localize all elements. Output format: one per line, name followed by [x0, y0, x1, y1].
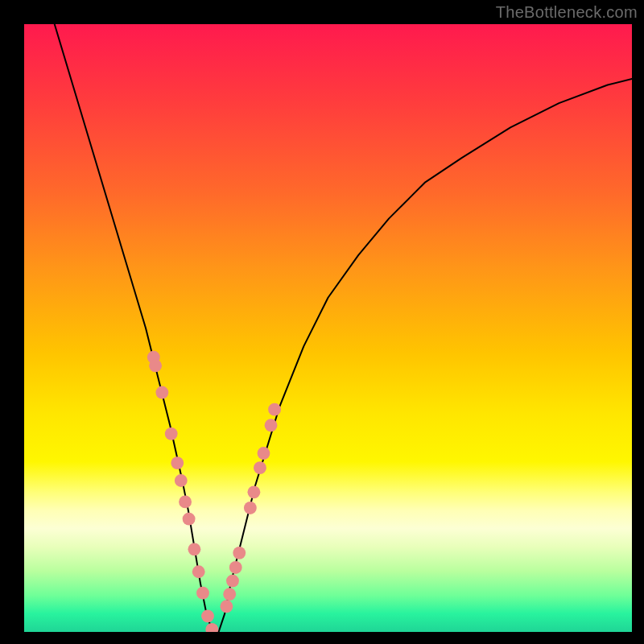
right-cluster-dots — [220, 403, 281, 613]
svg-point-7 — [183, 513, 196, 526]
svg-point-11 — [201, 609, 214, 622]
svg-point-18 — [244, 502, 257, 514]
svg-point-20 — [254, 461, 266, 474]
svg-point-16 — [229, 561, 242, 574]
svg-point-23 — [268, 403, 281, 416]
svg-point-21 — [258, 447, 270, 460]
svg-point-22 — [265, 419, 278, 431]
svg-point-19 — [247, 485, 260, 498]
svg-point-12 — [205, 623, 218, 632]
chart-frame: TheBottleneck.com — [0, 0, 644, 644]
plot-area — [24, 24, 632, 632]
chart-svg — [24, 24, 632, 632]
left-cluster-dots — [147, 351, 218, 632]
svg-point-15 — [226, 575, 239, 588]
svg-point-9 — [192, 565, 205, 578]
svg-point-3 — [165, 427, 178, 440]
svg-point-13 — [220, 600, 233, 613]
watermark-text: TheBottleneck.com — [496, 3, 638, 22]
svg-point-8 — [188, 543, 200, 555]
svg-point-2 — [155, 386, 168, 399]
svg-point-1 — [149, 359, 162, 372]
svg-point-10 — [196, 587, 209, 600]
bottleneck-curve — [55, 24, 632, 632]
svg-point-6 — [179, 496, 192, 509]
svg-point-17 — [233, 547, 246, 559]
svg-point-14 — [223, 588, 236, 601]
svg-point-5 — [175, 474, 188, 487]
svg-point-4 — [171, 456, 184, 469]
